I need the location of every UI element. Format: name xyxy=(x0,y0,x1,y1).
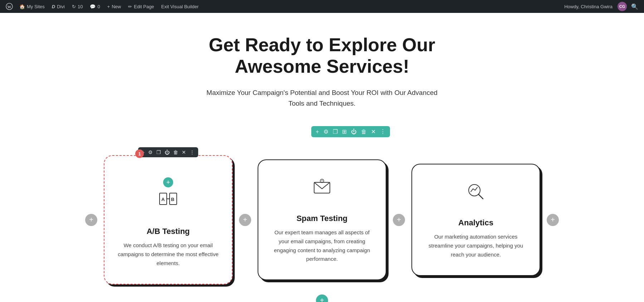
ab-testing-icon: A B xyxy=(158,190,178,220)
updates-menu[interactable]: ↻ 10 xyxy=(68,0,86,13)
row-grid-icon[interactable]: ⊞ xyxy=(342,128,347,135)
exit-builder-label: Exit Visual Builder xyxy=(161,4,199,9)
card-ab-title: A/B Testing xyxy=(147,227,190,236)
card-analytics-desc: Our marketing automation services stream… xyxy=(425,233,527,259)
row-add-icon[interactable]: + xyxy=(316,129,319,135)
my-sites-icon: 🏠 xyxy=(19,4,25,9)
card-ab-desc: We conduct A/B testing on your email cam… xyxy=(117,241,219,268)
svg-point-10 xyxy=(322,182,322,182)
card-spam-desc: Our expert team manages all aspects of y… xyxy=(271,228,373,264)
main-content: Get Ready to Explore Our Awesome Service… xyxy=(0,13,644,302)
card-analytics: Analytics Our marketing automation servi… xyxy=(411,164,540,275)
page-title: Get Ready to Explore Our Awesome Service… xyxy=(161,34,483,77)
add-row-button[interactable]: + xyxy=(316,294,328,302)
svg-text:W: W xyxy=(8,5,11,9)
module-power-icon[interactable]: ⏻ xyxy=(165,149,170,155)
cards-row: + 1 + ⚙ ❐ ⏻ 🗑 ✕ ⋮ + xyxy=(79,155,565,284)
row-settings-icon[interactable]: ⚙ xyxy=(323,128,328,135)
card-spam-testing: Spam Testing Our expert team manages all… xyxy=(258,159,386,280)
svg-text:B: B xyxy=(171,197,174,202)
module-close-icon[interactable]: ✕ xyxy=(182,149,186,155)
new-menu[interactable]: + New xyxy=(104,0,125,13)
edit-icon: ✏ xyxy=(128,4,132,9)
my-sites-menu[interactable]: 🏠 My Sites xyxy=(16,0,48,13)
divi-menu[interactable]: D Divi xyxy=(48,0,68,13)
add-column-right[interactable]: + xyxy=(547,214,559,226)
updates-icon: ↻ xyxy=(72,4,76,9)
row-delete-icon[interactable]: 🗑 xyxy=(361,129,367,135)
module-more-icon[interactable]: ⋮ xyxy=(190,149,195,155)
edit-page-menu[interactable]: ✏ Edit Page xyxy=(125,0,157,13)
add-module-button[interactable]: + xyxy=(163,177,173,187)
card-spam-title: Spam Testing xyxy=(297,214,348,223)
card-ab-testing: 1 + ⚙ ❐ ⏻ 🗑 ✕ ⋮ + xyxy=(104,155,233,284)
cards-section: + 1 + ⚙ ❐ ⏻ 🗑 ✕ ⋮ + xyxy=(79,155,565,302)
new-label: New xyxy=(112,4,121,9)
divi-label: Divi xyxy=(57,4,65,9)
divi-icon: D xyxy=(52,4,55,9)
search-icon[interactable]: 🔍 xyxy=(628,3,641,10)
analytics-icon xyxy=(466,182,486,211)
spam-testing-icon xyxy=(312,177,332,207)
exit-builder-menu[interactable]: Exit Visual Builder xyxy=(158,0,203,13)
add-column-mid1[interactable]: + xyxy=(239,214,251,226)
module-settings-icon[interactable]: ⚙ xyxy=(148,149,153,155)
comments-count: 0 xyxy=(97,4,100,9)
admin-bar-right: Howdy, Christina Gwira CG 🔍 xyxy=(561,2,641,11)
card-analytics-title: Analytics xyxy=(458,218,493,227)
wp-logo[interactable]: W xyxy=(3,0,16,13)
module-badge: 1 xyxy=(135,149,144,158)
updates-count: 10 xyxy=(78,4,83,9)
new-icon: + xyxy=(107,4,110,9)
row-toolbar: + ⚙ ❐ ⊞ ⏻ 🗑 ✕ ⋮ xyxy=(311,126,390,137)
row-power-icon[interactable]: ⏻ xyxy=(351,129,357,135)
admin-bar: W 🏠 My Sites D Divi ↻ 10 💬 0 + New ✏ Edi… xyxy=(0,0,644,13)
edit-page-label: Edit Page xyxy=(134,4,154,9)
row-copy-icon[interactable]: ❐ xyxy=(333,128,338,135)
user-avatar[interactable]: CG xyxy=(618,2,627,11)
add-row-section: + xyxy=(79,294,565,302)
module-toolbar: + ⚙ ❐ ⏻ 🗑 ✕ ⋮ xyxy=(138,147,198,157)
svg-line-12 xyxy=(478,194,483,199)
comments-menu[interactable]: 💬 0 xyxy=(86,0,103,13)
module-copy-icon[interactable]: ❐ xyxy=(156,149,161,155)
svg-text:A: A xyxy=(161,197,165,202)
page-subtitle: Maximize Your Campaign's Potential and B… xyxy=(200,87,444,109)
add-column-left[interactable]: + xyxy=(85,214,97,226)
module-delete-icon[interactable]: 🗑 xyxy=(173,149,178,155)
comments-icon: 💬 xyxy=(90,4,96,9)
row-close-icon[interactable]: ✕ xyxy=(371,128,376,135)
add-column-mid2[interactable]: + xyxy=(393,214,405,226)
my-sites-label: My Sites xyxy=(27,4,45,9)
user-greeting[interactable]: Howdy, Christina Gwira xyxy=(561,4,616,9)
row-more-icon[interactable]: ⋮ xyxy=(380,128,386,135)
